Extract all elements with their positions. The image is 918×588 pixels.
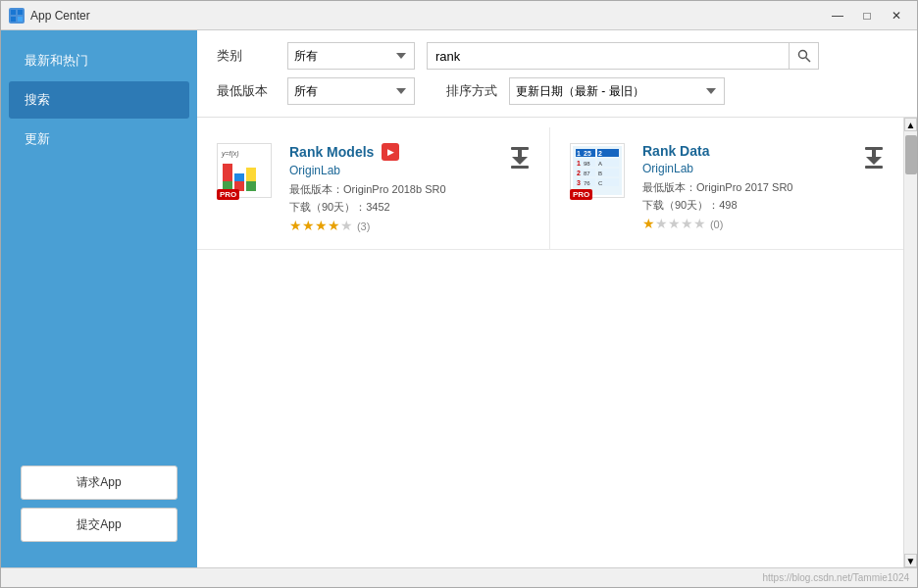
close-button[interactable]: ✕ — [884, 6, 909, 25]
svg-text:C: C — [598, 180, 603, 186]
sort-label: 排序方式 — [446, 82, 497, 100]
sidebar-buttons: 请求App 提交App — [1, 450, 197, 558]
rank-models-download-button[interactable] — [506, 143, 534, 177]
rank-data-stars: ★★★★★ (0) — [642, 216, 884, 231]
results-area: y=f(x) — [197, 118, 903, 567]
scrollbar-down-arrow[interactable]: ▼ — [904, 554, 917, 567]
search-icon — [797, 49, 811, 63]
svg-line-5 — [805, 58, 810, 63]
minimize-button[interactable]: — — [825, 6, 850, 25]
watermark: https://blog.csdn.net/Tammie1024 — [762, 572, 909, 583]
rank-models-info: Rank Models ▶ OriginLab 最低版本：OriginPro 2… — [289, 143, 530, 233]
bottom-bar: https://blog.csdn.net/Tammie1024 — [1, 567, 917, 587]
rank-data-name: Rank Data — [642, 143, 709, 159]
scrollbar-thumb[interactable] — [905, 135, 917, 174]
svg-rect-41 — [865, 166, 883, 169]
download-icon — [864, 147, 884, 169]
search-box — [427, 42, 819, 70]
rank-data-name-row: Rank Data — [642, 143, 884, 159]
svg-marker-40 — [866, 157, 882, 165]
svg-text:A: A — [598, 161, 602, 167]
rank-data-pro-badge: PRO — [570, 189, 592, 200]
svg-rect-2 — [11, 17, 16, 22]
window-controls: — □ ✕ — [825, 6, 909, 25]
filter-row-2: 最低版本 所有 排序方式 更新日期（最新 - 最旧） 更新日期（最旧 - 最新）… — [217, 77, 897, 105]
request-app-button[interactable]: 请求App — [21, 466, 178, 500]
svg-text:2: 2 — [598, 150, 602, 157]
scrollbar-up-arrow[interactable]: ▲ — [904, 118, 917, 131]
rank-models-video-icon[interactable]: ▶ — [382, 143, 399, 161]
rank-models-pro-badge: PRO — [217, 189, 239, 200]
rank-data-download-button[interactable] — [860, 143, 888, 177]
rank-models-downloads: 下载（90天）：3452 — [289, 199, 530, 217]
svg-rect-7 — [223, 164, 232, 181]
rank-data-svg: 1 25 2 1 2 3 98 87 — [573, 146, 622, 195]
sidebar-item-search[interactable]: 搜索 — [9, 81, 189, 119]
rank-models-svg: y=f(x) — [220, 146, 269, 195]
category-label: 类别 — [217, 47, 276, 65]
rank-models-author: OriginLab — [289, 164, 530, 177]
svg-text:y=f(x): y=f(x) — [221, 150, 239, 158]
window-title: App Center — [30, 9, 825, 23]
svg-rect-16 — [511, 166, 529, 169]
sort-select[interactable]: 更新日期（最新 - 最旧） 更新日期（最旧 - 最新） 下载量 评分 — [509, 77, 725, 105]
right-scrollbar: ▲ ▼ — [903, 118, 917, 567]
rank-models-stars: ★★★★★ (3) — [289, 218, 530, 233]
rank-data-icon-wrapper: 1 25 2 1 2 3 98 87 — [570, 143, 629, 198]
rank-models-min-version: 最低版本：OriginPro 2018b SR0 — [289, 181, 530, 199]
result-item-rank-models: y=f(x) — [197, 127, 550, 250]
svg-text:25: 25 — [584, 150, 591, 157]
maximize-button[interactable]: □ — [854, 6, 880, 25]
svg-text:B: B — [598, 171, 602, 176]
rank-data-author: OriginLab — [642, 162, 884, 175]
svg-text:1: 1 — [577, 160, 581, 167]
download-icon — [510, 147, 530, 169]
svg-rect-13 — [511, 147, 529, 150]
svg-rect-1 — [18, 10, 23, 15]
sidebar: 最新和热门 搜索 更新 请求App 提交App — [1, 30, 197, 567]
svg-rect-0 — [11, 10, 16, 15]
content-with-scroll: y=f(x) — [197, 118, 917, 567]
filter-row-1: 类别 所有 — [217, 42, 897, 70]
rank-models-icon-wrapper: y=f(x) — [217, 143, 276, 198]
submit-app-button[interactable]: 提交App — [21, 508, 178, 542]
app-body: 最新和热门 搜索 更新 请求App 提交App 类别 — [1, 30, 917, 567]
svg-text:1: 1 — [577, 150, 581, 157]
svg-text:76: 76 — [584, 180, 590, 186]
filter-bar: 类别 所有 — [197, 30, 917, 118]
main-content: 类别 所有 — [197, 30, 917, 567]
svg-marker-15 — [512, 157, 528, 165]
svg-text:87: 87 — [584, 171, 590, 176]
sidebar-nav: 最新和热门 搜索 更新 — [1, 30, 197, 450]
rank-data-info: Rank Data OriginLab 最低版本：OriginPro 2017 … — [642, 143, 884, 231]
rank-models-name-row: Rank Models ▶ — [289, 143, 530, 161]
sidebar-item-update[interactable]: 更新 — [9, 121, 189, 158]
svg-rect-38 — [865, 147, 883, 150]
rank-models-name: Rank Models — [289, 144, 374, 160]
svg-text:3: 3 — [577, 179, 581, 186]
svg-rect-12 — [246, 181, 256, 191]
svg-point-4 — [798, 51, 806, 59]
search-button[interactable] — [790, 42, 819, 70]
svg-text:98: 98 — [584, 161, 590, 167]
sidebar-item-newest-hot[interactable]: 最新和热门 — [9, 42, 189, 79]
title-bar: App Center — □ ✕ — [1, 1, 917, 30]
rank-data-downloads: 下载（90天）：498 — [642, 197, 884, 215]
category-select[interactable]: 所有 — [287, 42, 415, 70]
svg-rect-11 — [246, 168, 256, 181]
search-input[interactable] — [427, 42, 790, 70]
svg-text:2: 2 — [577, 170, 581, 176]
result-item-rank-data: 1 25 2 1 2 3 98 87 — [550, 127, 903, 250]
svg-rect-3 — [18, 17, 23, 22]
min-version-label: 最低版本 — [217, 82, 276, 100]
rank-data-min-version: 最低版本：OriginPro 2017 SR0 — [642, 179, 884, 197]
results-grid: y=f(x) — [197, 127, 903, 250]
svg-rect-9 — [234, 173, 244, 181]
min-version-select[interactable]: 所有 — [287, 77, 415, 105]
app-window: App Center — □ ✕ 最新和热门 搜索 更新 请求App — [0, 0, 918, 588]
scrollbar-track — [904, 131, 917, 554]
app-icon — [9, 8, 25, 24]
